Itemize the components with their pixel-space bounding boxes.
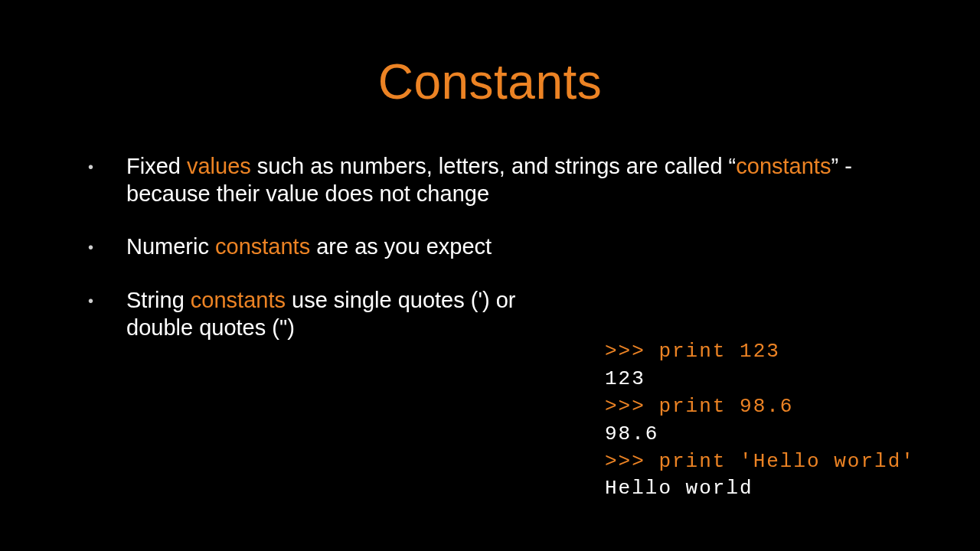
code-line: 123 (605, 367, 645, 390)
code-line: Hello world (605, 477, 753, 500)
code-line: >>> print 'Hello world' (605, 450, 915, 473)
bullet-text: String constants use single quotes (') o… (126, 286, 563, 342)
code-example: >>> print 123 123 >>> print 98.6 98.6 >>… (605, 338, 915, 503)
slide: Constants • Fixed values such as numbers… (0, 0, 980, 551)
bullet-icon: • (88, 286, 126, 315)
bullet-item: • Fixed values such as numbers, letters,… (88, 152, 911, 208)
bullet-text: Numeric constants are as you expect (126, 233, 492, 260)
text-fragment: Numeric (126, 234, 215, 259)
bullet-item: • Numeric constants are as you expect (88, 233, 911, 262)
code-line: >>> print 123 (605, 340, 780, 363)
text-highlight: constants (191, 288, 286, 312)
bullet-text: Fixed values such as numbers, letters, a… (126, 152, 911, 208)
code-line: >>> print 98.6 (605, 395, 793, 418)
bullet-item: • String constants use single quotes (')… (88, 286, 911, 342)
text-fragment: String (126, 288, 191, 312)
bullet-icon: • (88, 152, 126, 181)
text-fragment: Fixed (126, 154, 187, 178)
text-highlight: constants (215, 234, 310, 259)
text-fragment: such as numbers, letters, and strings ar… (251, 154, 736, 178)
slide-title: Constants (0, 0, 980, 110)
text-fragment: are as you expect (310, 234, 492, 259)
text-highlight: values (187, 154, 251, 178)
code-line: 98.6 (605, 422, 658, 445)
bullet-icon: • (88, 233, 126, 262)
bullet-list: • Fixed values such as numbers, letters,… (0, 152, 980, 341)
text-highlight: constants (736, 154, 831, 178)
